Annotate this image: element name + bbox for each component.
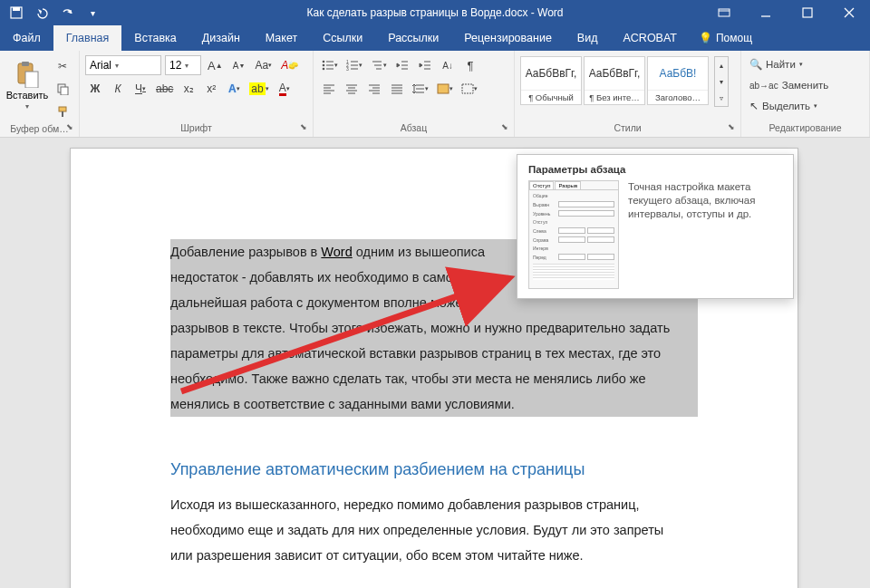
tab-home[interactable]: Главная — [53, 25, 122, 51]
redo-button[interactable] — [56, 2, 78, 24]
clear-format-button[interactable]: A🧽 — [278, 55, 301, 75]
tab-view[interactable]: Вид — [565, 25, 611, 51]
shrink-font-button[interactable]: A▼ — [229, 55, 249, 75]
copy-button[interactable] — [53, 79, 72, 99]
group-clipboard-label: Буфер обм… — [5, 121, 73, 138]
style-normal[interactable]: АаБбВвГг, ¶ Обычный — [520, 56, 582, 105]
numbering-button[interactable]: 123▾ — [343, 55, 365, 75]
format-painter-button[interactable] — [53, 101, 72, 121]
grow-font-button[interactable]: A▲ — [205, 55, 226, 75]
underline-button[interactable]: Ч▾ — [130, 79, 150, 99]
svg-rect-2 — [719, 9, 730, 16]
font-color-button[interactable]: A▾ — [275, 79, 295, 99]
case-label: Aa — [256, 59, 269, 72]
body-text-selected[interactable]: необходимо. Также важно сделать так, что… — [170, 366, 698, 391]
show-marks-button[interactable]: ¶ — [460, 55, 480, 75]
style-no-spacing[interactable]: АаБбВвГг, ¶ Без инте… — [584, 56, 645, 105]
tab-layout[interactable]: Макет — [253, 25, 310, 51]
save-button[interactable] — [5, 2, 27, 24]
quick-access-toolbar: ▾ — [0, 2, 109, 24]
text-run: Добавление разрывов в — [170, 245, 321, 259]
text-run: одним из вышеописа — [353, 245, 485, 259]
tell-me-input[interactable]: 💡 Помощ — [690, 25, 761, 51]
increase-indent-button[interactable] — [415, 55, 435, 75]
style-heading1[interactable]: АаБбВ! Заголово… — [647, 56, 709, 105]
tab-file[interactable]: Файл — [0, 25, 53, 51]
title-bar: ▾ Как сделать разрыв страницы в Ворде.do… — [0, 0, 870, 25]
undo-button[interactable] — [31, 2, 53, 24]
borders-button[interactable]: ▾ — [459, 79, 480, 99]
qat-customize-button[interactable]: ▾ — [82, 2, 103, 24]
style-name: Заголово… — [648, 90, 708, 104]
multilevel-button[interactable]: ▾ — [368, 55, 390, 75]
italic-button[interactable]: К — [108, 79, 128, 99]
font-size-value: 12 — [169, 59, 181, 72]
svg-point-11 — [323, 64, 325, 67]
svg-point-10 — [323, 61, 325, 63]
styles-row-up[interactable]: ▴ — [715, 57, 728, 73]
tab-references[interactable]: Ссылки — [310, 25, 375, 51]
screentip-thumbnail: ОтступРазрыв Общие Выравн Уровень Отступ… — [528, 180, 619, 289]
tab-insert[interactable]: Вставка — [121, 25, 188, 51]
tab-design[interactable]: Дизайн — [189, 25, 253, 51]
styles-expand[interactable]: ▿ — [715, 90, 728, 106]
styles-launcher[interactable]: ⬊ — [728, 122, 739, 133]
window-controls — [703, 0, 870, 25]
ribbon-options-button[interactable] — [703, 0, 745, 25]
decrease-indent-button[interactable] — [392, 55, 412, 75]
sort-button[interactable]: A↓ — [438, 55, 458, 75]
strike-button[interactable]: abc — [153, 79, 176, 99]
body-text[interactable]: Исходя из вышесказанного, нередко помимо… — [170, 492, 698, 517]
maximize-button[interactable] — [787, 0, 828, 25]
styles-row-down[interactable]: ▾ — [715, 73, 728, 90]
paste-icon — [14, 61, 40, 88]
screentip-title: Параметры абзаца — [528, 164, 782, 175]
align-left-button[interactable] — [319, 79, 339, 99]
window-title: Как сделать разрыв страницы в Ворде.docx… — [306, 6, 563, 19]
ribbon-tabs: Файл Главная Вставка Дизайн Макет Ссылки… — [0, 25, 870, 51]
paste-button[interactable]: Вставить ▾ — [5, 53, 49, 118]
change-case-button[interactable]: Aa▾ — [253, 55, 276, 75]
svg-rect-6 — [25, 72, 38, 88]
bullets-button[interactable]: ▾ — [319, 55, 341, 75]
tab-acrobat[interactable]: ACROBAT — [610, 25, 690, 51]
replace-button[interactable]: ab→acЗаменить — [747, 75, 831, 95]
style-preview: АаБбВ! — [660, 57, 697, 90]
clipboard-launcher[interactable]: ⬊ — [66, 122, 77, 133]
align-center-button[interactable] — [342, 79, 362, 99]
cut-button[interactable]: ✂ — [53, 56, 72, 76]
find-button[interactable]: 🔍Найти▾ — [747, 54, 831, 74]
paragraph-launcher[interactable]: ⬊ — [501, 122, 512, 133]
group-styles-label: Стили — [520, 120, 735, 137]
superscript-button[interactable]: x² — [201, 79, 221, 99]
font-name-value: Arial — [90, 59, 111, 72]
underline-label: Ч — [135, 82, 142, 95]
hyperlink[interactable]: Word — [321, 245, 352, 259]
body-text-selected[interactable]: менялись в соответствие с заданными вами… — [170, 391, 698, 417]
align-right-button[interactable] — [364, 79, 384, 99]
svg-point-12 — [323, 68, 325, 71]
body-text-selected[interactable]: разрывов в тексте. Чтобы этого избежать,… — [170, 315, 698, 341]
shading-button[interactable]: ▾ — [434, 79, 456, 99]
group-font: Arial▾ 12▾ A▲ A▼ Aa▾ A🧽 Ж К Ч▾ abc x₂ x²… — [80, 51, 314, 137]
bold-button[interactable]: Ж — [85, 79, 105, 99]
select-button[interactable]: ↖Выделить▾ — [747, 96, 831, 116]
close-button[interactable] — [828, 0, 870, 25]
subscript-button[interactable]: x₂ — [179, 79, 198, 99]
bulb-icon: 💡 — [699, 32, 712, 44]
font-name-combo[interactable]: Arial▾ — [85, 55, 161, 75]
minimize-button[interactable] — [745, 0, 787, 25]
justify-button[interactable] — [387, 79, 407, 99]
body-text-selected[interactable]: параметры для автоматической вставки раз… — [170, 341, 698, 366]
style-preview: АаБбВвГг, — [589, 57, 641, 90]
highlight-button[interactable]: ab▾ — [246, 79, 271, 99]
line-spacing-button[interactable]: ▾ — [410, 79, 431, 99]
text-effects-button[interactable]: A▾ — [224, 79, 244, 99]
heading-2[interactable]: Управление автоматическим разбиением на … — [170, 460, 698, 479]
tab-review[interactable]: Рецензирование — [451, 25, 565, 51]
font-launcher[interactable]: ⬊ — [300, 122, 311, 133]
font-size-combo[interactable]: 12▾ — [165, 55, 201, 75]
body-text[interactable]: необходимо еще и задать для них определе… — [170, 517, 698, 543]
tab-mailings[interactable]: Рассылки — [375, 25, 451, 51]
body-text[interactable]: или разрешения зависит от ситуации, обо … — [170, 543, 698, 568]
